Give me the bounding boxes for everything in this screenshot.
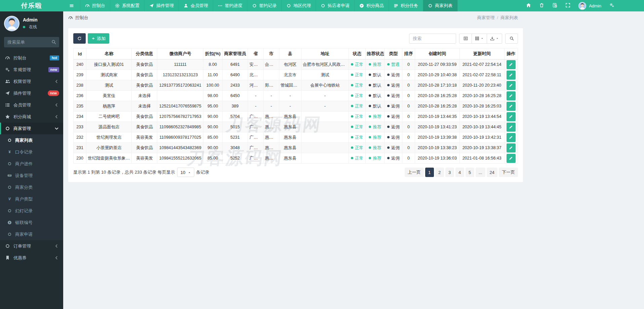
column-header: 商家管理员 bbox=[222, 48, 248, 59]
recommend-badge: 推荐 bbox=[366, 143, 385, 153]
pagination-page-5[interactable]: 5 bbox=[466, 168, 474, 177]
pagination-prev[interactable]: 上一页 bbox=[405, 168, 424, 177]
page-size-dropdown[interactable]: 10 bbox=[177, 168, 194, 177]
pagination-ellipsis[interactable]: ... bbox=[476, 168, 485, 177]
sidebar-item-权限管理[interactable]: 权限管理 bbox=[0, 76, 63, 87]
list-icon bbox=[5, 102, 10, 107]
edit-button[interactable] bbox=[507, 91, 516, 100]
circle-icon bbox=[7, 209, 12, 213]
sidebar-toggle-button[interactable] bbox=[63, 0, 80, 11]
pencil-icon bbox=[509, 104, 513, 108]
edit-button[interactable] bbox=[507, 112, 516, 121]
status-badge: 正常 bbox=[349, 132, 365, 143]
sidebar-item-会员管理[interactable]: 会员管理 bbox=[0, 99, 63, 111]
add-button[interactable]: 添加 bbox=[88, 33, 109, 44]
breadcrumb-item[interactable]: 商家列表 bbox=[500, 15, 518, 20]
search-button[interactable] bbox=[505, 34, 518, 44]
pagination-next[interactable]: 下一页 bbox=[499, 168, 518, 177]
sidebar-subitem-设备管理[interactable]: AD设备管理 bbox=[0, 170, 63, 181]
pagination-page-4[interactable]: 4 bbox=[455, 168, 464, 177]
paperplane-icon bbox=[149, 3, 154, 8]
trash-button[interactable] bbox=[539, 3, 544, 9]
sidebar-item-订单管理[interactable]: 订单管理 bbox=[0, 240, 63, 252]
edit-button[interactable] bbox=[507, 81, 516, 90]
sidebar-item-积分商城[interactable]: 积分商城 bbox=[0, 111, 63, 123]
sidebar: Admin 在线 控制台hot常规管理new权限管理插件管理new会员管理积分商… bbox=[0, 11, 63, 309]
wipe-cache-button[interactable] bbox=[552, 3, 557, 9]
svg-text:¥: ¥ bbox=[8, 150, 11, 154]
edit-button[interactable] bbox=[507, 154, 516, 163]
sidebar-subitem-商家申请[interactable]: 商家申请 bbox=[0, 228, 63, 240]
breadcrumb-item[interactable]: 商家管理 bbox=[477, 15, 494, 20]
topnav-tab-3[interactable]: 会员管理 bbox=[179, 0, 213, 11]
toolbar: 添加 bbox=[73, 33, 518, 44]
sidebar-subitem-商家分类[interactable]: 商家分类 bbox=[0, 181, 63, 193]
chevron-left-icon bbox=[54, 79, 59, 84]
search-icon bbox=[51, 40, 56, 44]
topnav-tab-10[interactable]: 商家列表 bbox=[423, 0, 457, 11]
column-header: 创建时间 bbox=[415, 48, 460, 59]
sidebar-item-控制台[interactable]: 控制台hot bbox=[0, 52, 63, 64]
topnav-tab-7[interactable]: 拓店者申请 bbox=[316, 0, 355, 11]
refresh-icon bbox=[77, 36, 82, 41]
status-badge: 正常 bbox=[349, 143, 365, 153]
topnav-tab-1[interactable]: 系统配置 bbox=[110, 0, 145, 11]
topnav-tab-6[interactable]: 地区代理 bbox=[282, 0, 316, 11]
pagination-page-24[interactable]: 24 bbox=[487, 168, 497, 177]
home-button[interactable] bbox=[526, 3, 531, 9]
recommend-badge: 默认 bbox=[366, 80, 385, 91]
topnav-tab-5[interactable]: 签约记录 bbox=[247, 0, 282, 11]
pagination-summary: 显示第 1 到第 10 条记录，总共 233 条记录 每页显示 10 条记录 bbox=[73, 168, 209, 177]
pagination-page-3[interactable]: 3 bbox=[445, 168, 454, 177]
sidebar-subitem-银联编号[interactable]: 银联编号 bbox=[0, 217, 63, 228]
pagination-page-2[interactable]: 2 bbox=[435, 168, 444, 177]
avatar bbox=[4, 16, 19, 31]
sidebar-subitem-商户进件[interactable]: 商户进件 bbox=[0, 158, 63, 170]
settings-button[interactable] bbox=[609, 3, 614, 9]
sidebar-user-name: Admin bbox=[23, 17, 38, 23]
sidebar-item-插件管理[interactable]: 插件管理new bbox=[0, 87, 63, 99]
topnav-tab-0[interactable]: 控制台 bbox=[80, 0, 110, 11]
edit-button[interactable] bbox=[507, 133, 516, 142]
circle-icon bbox=[5, 244, 10, 249]
fullscreen-button[interactable] bbox=[565, 3, 570, 9]
columns-button[interactable] bbox=[472, 34, 487, 44]
export-button[interactable] bbox=[487, 34, 502, 44]
recommend-badge: 默认 bbox=[366, 91, 385, 101]
sidebar-item-商家管理[interactable]: 商家管理 bbox=[0, 123, 63, 134]
pagination-pages: 上一页12345...24下一页 bbox=[405, 168, 518, 177]
edit-button[interactable] bbox=[507, 123, 516, 132]
topnav-tab-8[interactable]: P积分商品 bbox=[355, 0, 389, 11]
sidebar-item-常规管理[interactable]: 常规管理new bbox=[0, 64, 63, 76]
user-menu[interactable]: Admin bbox=[578, 2, 601, 10]
topnav-tab-9[interactable]: 积分任务 bbox=[389, 0, 423, 11]
sidebar-subitem-口令记录[interactable]: ¥口令记录 bbox=[0, 146, 63, 158]
svg-text:AD: AD bbox=[8, 175, 11, 176]
refresh-button[interactable] bbox=[73, 33, 86, 44]
topnav-tab-2[interactable]: 插件管理 bbox=[145, 0, 179, 11]
pagination-page-1[interactable]: 1 bbox=[425, 168, 434, 177]
sidebar-item-优惠券[interactable]: 优惠券 bbox=[0, 252, 63, 264]
toolbar-right bbox=[409, 34, 518, 44]
table-search-input[interactable] bbox=[409, 34, 456, 44]
topnav-right: Admin bbox=[526, 0, 644, 11]
sidebar-search-input[interactable] bbox=[4, 37, 59, 47]
detail-view-button[interactable] bbox=[459, 34, 472, 44]
edit-button[interactable] bbox=[507, 60, 516, 69]
recommend-badge: 推荐 bbox=[366, 153, 385, 164]
sidebar-subitem-商家列表[interactable]: 商家列表 bbox=[0, 134, 63, 146]
sidebar-subitem-商户类型[interactable]: V商户类型 bbox=[0, 193, 63, 205]
users-icon bbox=[5, 79, 10, 84]
table-row: 240接口接入测试01美食饮品1111118.006491安徽省合肥市包河区合肥… bbox=[74, 59, 518, 70]
yen-icon: ¥ bbox=[7, 150, 12, 154]
edit-button[interactable] bbox=[507, 102, 516, 111]
top-navbar: 付乐啦 控制台系统配置插件管理会员管理签约进度签约记录地区代理拓店者申请P积分商… bbox=[0, 0, 644, 11]
edit-button[interactable] bbox=[507, 71, 516, 80]
user-icon bbox=[184, 3, 188, 8]
pencil-icon bbox=[509, 135, 513, 139]
sidebar-search bbox=[4, 37, 59, 47]
sidebar-subitem-幻灯记录[interactable]: 幻灯记录 bbox=[0, 205, 63, 217]
edit-button[interactable] bbox=[507, 143, 516, 152]
tachometer-icon bbox=[85, 3, 90, 8]
topnav-tab-4[interactable]: 签约进度 bbox=[213, 0, 247, 11]
